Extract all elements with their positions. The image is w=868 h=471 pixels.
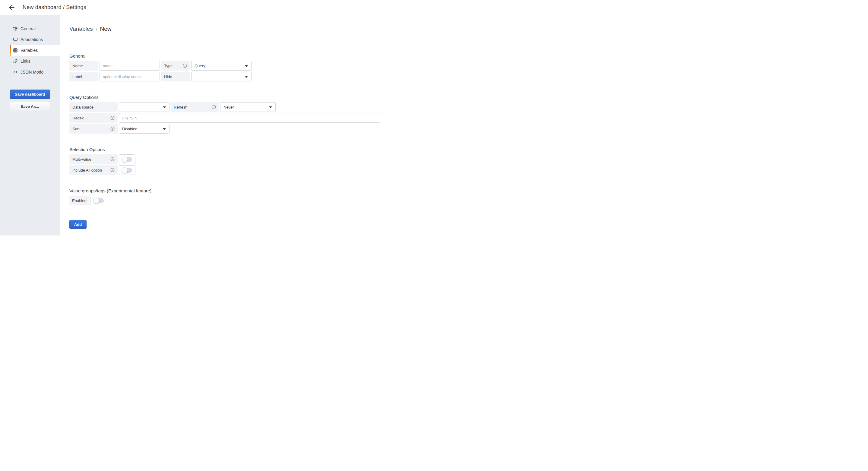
enabled-toggle[interactable] xyxy=(91,196,107,205)
type-select[interactable]: Query xyxy=(191,61,251,70)
row-enabled: Enabled xyxy=(69,196,422,205)
breadcrumb-new: New xyxy=(100,26,111,32)
sidebar-item-json-model[interactable]: JSON Model xyxy=(10,67,60,77)
sidebar-item-label: JSON Model xyxy=(21,70,44,74)
name-input[interactable] xyxy=(99,61,160,70)
sidebar-item-general[interactable]: General xyxy=(10,23,60,34)
section-query-options: Query Options Data source Refresh xyxy=(69,95,422,133)
data-source-label: Data source xyxy=(69,102,118,112)
row-label-hide: Label Hide xyxy=(69,72,422,82)
top-bar: New dashboard / Settings xyxy=(0,0,434,15)
label-label: Label xyxy=(69,72,98,82)
toggle-track xyxy=(122,168,132,173)
toggle-knob xyxy=(122,167,128,173)
breadcrumb: Variables›New xyxy=(69,25,422,33)
hide-label: Hide xyxy=(161,72,190,82)
multi-value-toggle[interactable] xyxy=(119,154,135,164)
sidebar-item-links[interactable]: Links xyxy=(10,56,60,67)
sidebar-item-label: Links xyxy=(21,59,30,64)
multi-value-label: Multi-value xyxy=(69,154,118,164)
section-value-groups: Value groups/tags (Experimental feature)… xyxy=(69,188,422,205)
chevron-down-icon xyxy=(163,128,166,130)
regex-label: Regex xyxy=(69,113,118,123)
sort-select[interactable]: Disabled xyxy=(119,124,169,133)
breadcrumb-separator: › xyxy=(96,26,97,32)
chevron-down-icon xyxy=(163,106,166,108)
info-icon[interactable] xyxy=(212,105,216,109)
sliders-icon xyxy=(13,26,18,31)
settings-sidebar: General Annotations xyxy=(0,15,60,236)
back-button[interactable] xyxy=(7,3,16,12)
section-general: General Name Type xyxy=(69,53,422,82)
toggle-knob xyxy=(122,157,128,162)
section-query-options-title: Query Options xyxy=(69,95,422,100)
row-include-all: Include All option xyxy=(69,165,422,175)
save-as-button[interactable]: Save As... xyxy=(10,102,50,111)
row-datasource-refresh: Data source Refresh xyxy=(69,102,422,112)
info-icon[interactable] xyxy=(111,116,115,120)
data-source-select[interactable] xyxy=(119,102,169,112)
chevron-down-icon xyxy=(269,106,272,108)
section-selection-options-title: Selection Options xyxy=(69,147,422,152)
save-dashboard-button[interactable]: Save dashboard xyxy=(10,90,50,99)
row-multi-value: Multi-value xyxy=(69,154,422,164)
refresh-label: Refresh xyxy=(171,102,219,112)
label-input[interactable] xyxy=(99,72,160,82)
sidebar-item-annotations[interactable]: Annotations xyxy=(10,34,60,45)
toggle-knob xyxy=(93,198,99,203)
enabled-label: Enabled xyxy=(69,196,89,205)
sort-label: Sort xyxy=(69,124,118,133)
section-selection-options: Selection Options Multi-value xyxy=(69,147,422,175)
refresh-select[interactable]: Never xyxy=(220,102,276,112)
sidebar-item-variables[interactable]: Variables xyxy=(10,45,60,56)
add-button[interactable]: Add xyxy=(69,220,87,229)
info-icon[interactable] xyxy=(111,157,115,161)
dashboard-settings-page: New dashboard / Settings xyxy=(0,0,434,236)
sidebar-item-label: General xyxy=(21,26,36,31)
chevron-down-icon xyxy=(245,65,248,67)
chevron-down-icon xyxy=(245,76,248,78)
link-icon xyxy=(13,59,18,64)
include-all-label: Include All option xyxy=(69,165,118,175)
settings-nav: General Annotations xyxy=(10,23,60,77)
comment-icon xyxy=(13,37,18,42)
row-regex: Regex xyxy=(69,113,422,123)
variables-new-content: Variables›New General Name Type xyxy=(60,15,434,236)
code-icon xyxy=(13,70,18,74)
regex-input[interactable] xyxy=(119,113,380,123)
row-name-type: Name Type Quer xyxy=(69,61,422,70)
info-icon[interactable] xyxy=(183,64,187,68)
toggle-track xyxy=(94,198,104,203)
section-general-title: General xyxy=(69,53,422,59)
page-title: New dashboard / Settings xyxy=(23,4,86,10)
calculator-icon xyxy=(13,48,18,53)
include-all-toggle[interactable] xyxy=(119,165,135,175)
hide-select[interactable] xyxy=(191,72,251,82)
type-label: Type xyxy=(161,61,190,70)
sidebar-item-label: Variables xyxy=(21,48,38,53)
row-sort: Sort Disabled xyxy=(69,124,422,133)
section-value-groups-title: Value groups/tags (Experimental feature) xyxy=(69,188,422,194)
name-label: Name xyxy=(69,61,98,70)
sidebar-item-label: Annotations xyxy=(21,37,43,42)
arrow-left-icon xyxy=(8,4,16,11)
breadcrumb-variables[interactable]: Variables xyxy=(69,26,93,32)
info-icon[interactable] xyxy=(111,168,115,172)
info-icon[interactable] xyxy=(111,127,115,131)
toggle-track xyxy=(122,157,132,162)
